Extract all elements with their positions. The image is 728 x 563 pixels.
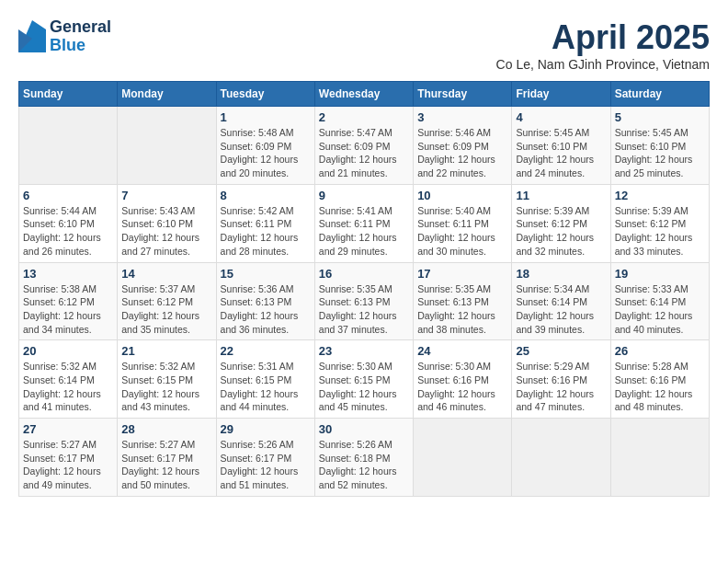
day-info: Sunrise: 5:32 AMSunset: 6:14 PMDaylight:… xyxy=(23,360,113,414)
day-number: 30 xyxy=(319,422,409,436)
day-number: 1 xyxy=(221,110,311,124)
day-info: Sunrise: 5:39 AMSunset: 6:12 PMDaylight:… xyxy=(615,204,705,259)
calendar-week-4: 20Sunrise: 5:32 AMSunset: 6:14 PMDayligh… xyxy=(19,340,710,419)
day-number: 11 xyxy=(516,189,606,202)
day-info: Sunrise: 5:30 AMSunset: 6:15 PMDaylight:… xyxy=(319,360,409,414)
day-info: Sunrise: 5:45 AMSunset: 6:10 PMDaylight:… xyxy=(516,126,606,180)
day-info: Sunrise: 5:48 AMSunset: 6:09 PMDaylight:… xyxy=(221,126,311,180)
day-info: Sunrise: 5:37 AMSunset: 6:12 PMDaylight:… xyxy=(121,282,211,337)
calendar-cell: 14Sunrise: 5:37 AMSunset: 6:12 PMDayligh… xyxy=(118,262,216,340)
calendar-cell: 2Sunrise: 5:47 AMSunset: 6:09 PMDaylight… xyxy=(314,107,413,185)
day-number: 25 xyxy=(516,344,606,358)
calendar-title: April 2025 xyxy=(496,18,710,57)
calendar-week-2: 6Sunrise: 5:44 AMSunset: 6:10 PMDaylight… xyxy=(19,184,710,262)
day-info: Sunrise: 5:34 AMSunset: 6:14 PMDaylight:… xyxy=(516,282,606,337)
logo-general-text: General xyxy=(50,18,111,37)
header-monday: Monday xyxy=(118,82,216,107)
day-number: 15 xyxy=(221,267,311,281)
header-tuesday: Tuesday xyxy=(216,82,314,107)
day-info: Sunrise: 5:33 AMSunset: 6:14 PMDaylight:… xyxy=(615,282,705,337)
day-info: Sunrise: 5:44 AMSunset: 6:10 PMDaylight:… xyxy=(23,204,113,259)
header-saturday: Saturday xyxy=(610,82,709,107)
day-info: Sunrise: 5:31 AMSunset: 6:15 PMDaylight:… xyxy=(221,360,311,414)
calendar-week-5: 27Sunrise: 5:27 AMSunset: 6:17 PMDayligh… xyxy=(19,419,710,497)
day-number: 4 xyxy=(516,110,606,124)
day-number: 21 xyxy=(121,344,211,358)
calendar-cell: 8Sunrise: 5:42 AMSunset: 6:11 PMDaylight… xyxy=(216,184,314,262)
calendar-cell: 24Sunrise: 5:30 AMSunset: 6:16 PMDayligh… xyxy=(414,340,512,419)
calendar-cell: 4Sunrise: 5:45 AMSunset: 6:10 PMDaylight… xyxy=(512,107,610,185)
calendar-cell: 27Sunrise: 5:27 AMSunset: 6:17 PMDayligh… xyxy=(19,419,118,497)
header-thursday: Thursday xyxy=(414,82,512,107)
calendar-cell: 20Sunrise: 5:32 AMSunset: 6:14 PMDayligh… xyxy=(19,340,118,419)
day-number: 3 xyxy=(417,110,507,124)
calendar-cell: 19Sunrise: 5:33 AMSunset: 6:14 PMDayligh… xyxy=(610,262,709,340)
day-number: 7 xyxy=(121,189,211,202)
day-number: 17 xyxy=(417,267,507,281)
day-info: Sunrise: 5:40 AMSunset: 6:11 PMDaylight:… xyxy=(417,204,507,259)
calendar-cell: 18Sunrise: 5:34 AMSunset: 6:14 PMDayligh… xyxy=(512,262,610,340)
calendar-cell xyxy=(19,107,118,185)
day-number: 5 xyxy=(615,110,705,124)
calendar-cell: 17Sunrise: 5:35 AMSunset: 6:13 PMDayligh… xyxy=(414,262,512,340)
calendar-cell: 1Sunrise: 5:48 AMSunset: 6:09 PMDaylight… xyxy=(216,107,314,185)
calendar-cell: 26Sunrise: 5:28 AMSunset: 6:16 PMDayligh… xyxy=(610,340,709,419)
day-number: 10 xyxy=(417,189,507,202)
day-number: 22 xyxy=(221,344,311,358)
day-number: 8 xyxy=(221,189,311,202)
calendar-cell xyxy=(610,419,709,497)
header-sunday: Sunday xyxy=(19,82,118,107)
day-number: 27 xyxy=(23,422,113,436)
calendar-cell: 7Sunrise: 5:43 AMSunset: 6:10 PMDaylight… xyxy=(118,184,216,262)
calendar-cell: 5Sunrise: 5:45 AMSunset: 6:10 PMDaylight… xyxy=(610,107,709,185)
day-info: Sunrise: 5:30 AMSunset: 6:16 PMDaylight:… xyxy=(417,360,507,414)
day-info: Sunrise: 5:46 AMSunset: 6:09 PMDaylight:… xyxy=(417,126,507,180)
day-number: 18 xyxy=(516,267,606,281)
calendar-cell: 28Sunrise: 5:27 AMSunset: 6:17 PMDayligh… xyxy=(118,419,216,497)
header-friday: Friday xyxy=(512,82,610,107)
day-info: Sunrise: 5:47 AMSunset: 6:09 PMDaylight:… xyxy=(319,126,409,180)
calendar-week-1: 1Sunrise: 5:48 AMSunset: 6:09 PMDaylight… xyxy=(19,107,710,185)
calendar-cell: 10Sunrise: 5:40 AMSunset: 6:11 PMDayligh… xyxy=(414,184,512,262)
day-info: Sunrise: 5:26 AMSunset: 6:18 PMDaylight:… xyxy=(319,438,409,492)
day-info: Sunrise: 5:29 AMSunset: 6:16 PMDaylight:… xyxy=(516,360,606,414)
day-number: 13 xyxy=(23,267,113,281)
calendar-cell xyxy=(512,419,610,497)
day-info: Sunrise: 5:36 AMSunset: 6:13 PMDaylight:… xyxy=(221,282,311,337)
day-number: 6 xyxy=(23,189,113,202)
day-number: 20 xyxy=(23,344,113,358)
day-info: Sunrise: 5:45 AMSunset: 6:10 PMDaylight:… xyxy=(615,126,705,180)
calendar-cell: 30Sunrise: 5:26 AMSunset: 6:18 PMDayligh… xyxy=(314,419,413,497)
calendar-cell: 6Sunrise: 5:44 AMSunset: 6:10 PMDaylight… xyxy=(19,184,118,262)
calendar-subtitle: Co Le, Nam GJinh Province, Vietnam xyxy=(496,57,710,72)
calendar-cell: 23Sunrise: 5:30 AMSunset: 6:15 PMDayligh… xyxy=(314,340,413,419)
calendar-cell: 3Sunrise: 5:46 AMSunset: 6:09 PMDaylight… xyxy=(414,107,512,185)
day-info: Sunrise: 5:26 AMSunset: 6:17 PMDaylight:… xyxy=(221,438,311,492)
calendar-cell: 15Sunrise: 5:36 AMSunset: 6:13 PMDayligh… xyxy=(216,262,314,340)
day-number: 16 xyxy=(319,267,409,281)
calendar-cell xyxy=(414,419,512,497)
calendar-table: SundayMondayTuesdayWednesdayThursdayFrid… xyxy=(18,81,710,497)
day-info: Sunrise: 5:35 AMSunset: 6:13 PMDaylight:… xyxy=(319,282,409,337)
day-number: 23 xyxy=(319,344,409,358)
day-info: Sunrise: 5:42 AMSunset: 6:11 PMDaylight:… xyxy=(221,204,311,259)
day-info: Sunrise: 5:38 AMSunset: 6:12 PMDaylight:… xyxy=(23,282,113,337)
calendar-cell xyxy=(118,107,216,185)
day-info: Sunrise: 5:27 AMSunset: 6:17 PMDaylight:… xyxy=(23,438,113,492)
calendar-cell: 11Sunrise: 5:39 AMSunset: 6:12 PMDayligh… xyxy=(512,184,610,262)
calendar-header-row: SundayMondayTuesdayWednesdayThursdayFrid… xyxy=(19,82,710,107)
day-number: 9 xyxy=(319,189,409,202)
calendar-cell: 29Sunrise: 5:26 AMSunset: 6:17 PMDayligh… xyxy=(216,419,314,497)
day-number: 29 xyxy=(221,422,311,436)
calendar-cell: 22Sunrise: 5:31 AMSunset: 6:15 PMDayligh… xyxy=(216,340,314,419)
logo-icon xyxy=(18,20,46,52)
calendar-cell: 9Sunrise: 5:41 AMSunset: 6:11 PMDaylight… xyxy=(314,184,413,262)
logo: General Blue xyxy=(18,18,111,55)
day-info: Sunrise: 5:41 AMSunset: 6:11 PMDaylight:… xyxy=(319,204,409,259)
day-info: Sunrise: 5:27 AMSunset: 6:17 PMDaylight:… xyxy=(121,438,211,492)
calendar-cell: 12Sunrise: 5:39 AMSunset: 6:12 PMDayligh… xyxy=(610,184,709,262)
calendar-cell: 21Sunrise: 5:32 AMSunset: 6:15 PMDayligh… xyxy=(118,340,216,419)
calendar-week-3: 13Sunrise: 5:38 AMSunset: 6:12 PMDayligh… xyxy=(19,262,710,340)
calendar-cell: 16Sunrise: 5:35 AMSunset: 6:13 PMDayligh… xyxy=(314,262,413,340)
calendar-cell: 13Sunrise: 5:38 AMSunset: 6:12 PMDayligh… xyxy=(19,262,118,340)
